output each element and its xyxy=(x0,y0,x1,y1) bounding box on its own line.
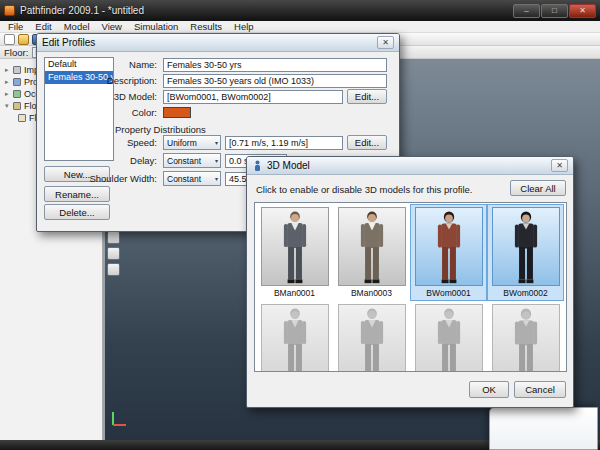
menu-view[interactable]: View xyxy=(96,21,128,32)
description-input[interactable]: Females 30-50 years old (IMO 1033) xyxy=(163,74,387,88)
viewport-toolbar xyxy=(107,231,120,276)
speed-value-input[interactable]: [0.71 m/s, 1.19 m/s] xyxy=(225,136,343,150)
floors-icon xyxy=(13,102,21,110)
model-option-bwom0002-selected[interactable]: BWom0002 xyxy=(487,204,564,301)
shoulder-distribution-value: Constant xyxy=(167,174,201,184)
cancel-button[interactable]: Cancel xyxy=(514,381,566,398)
person-silhouette xyxy=(510,211,542,285)
edit-model-button[interactable]: Edit... xyxy=(347,89,387,104)
shoulder-width-label: Shoulder Width: xyxy=(81,173,157,184)
person-silhouette xyxy=(510,308,542,372)
background-window-corner xyxy=(489,407,598,450)
edit-profiles-title: Edit Profiles xyxy=(42,37,95,48)
menu-edit[interactable]: Edit xyxy=(29,21,57,32)
caret-icon: ▾ xyxy=(5,102,13,110)
profiles-icon xyxy=(13,78,21,86)
distributions-header: Property Distributions xyxy=(115,124,206,135)
menu-model[interactable]: Model xyxy=(58,21,96,32)
model-thumbnail xyxy=(261,304,329,372)
floor-label: Floor: xyxy=(4,47,28,58)
caret-icon: ▸ xyxy=(5,78,13,86)
model-thumbnail xyxy=(415,304,483,372)
axis-indicator-icon xyxy=(110,408,130,428)
menu-results[interactable]: Results xyxy=(184,21,228,32)
delay-label: Delay: xyxy=(81,155,157,166)
caret-icon: ▸ xyxy=(5,90,13,98)
model-thumbnail xyxy=(261,207,329,286)
model-option-disabled[interactable] xyxy=(256,301,333,372)
chevron-down-icon: ▾ xyxy=(215,157,218,164)
menu-file[interactable]: File xyxy=(2,21,29,32)
caret-icon: ▸ xyxy=(5,66,13,74)
delay-distribution-select[interactable]: Constant ▾ xyxy=(163,153,221,168)
rename-profile-button[interactable]: Rename... xyxy=(44,186,110,202)
model-name: BMan0003 xyxy=(351,288,392,298)
model-name: BWom0001 xyxy=(426,288,470,298)
window-title: Pathfinder 2009.1 - *untitled xyxy=(20,5,144,16)
model-thumbnail xyxy=(492,304,560,372)
menu-simulation[interactable]: Simulation xyxy=(128,21,184,32)
delete-profile-button[interactable]: Delete... xyxy=(44,204,110,220)
ok-button[interactable]: OK xyxy=(469,381,509,398)
model-thumbnail xyxy=(492,207,560,286)
app-icon xyxy=(4,5,15,16)
color-label: Color: xyxy=(81,107,157,118)
speed-distribution-select[interactable]: Uniform ▾ xyxy=(163,135,221,150)
model-input[interactable]: [BWom0001, BWom0002] xyxy=(163,90,343,104)
viewport-tool-button[interactable] xyxy=(107,247,120,260)
person-silhouette xyxy=(356,211,388,285)
speed-label: Speed: xyxy=(81,137,157,148)
model-grid: BMan0001 BMan0003 xyxy=(254,202,567,372)
minimize-button[interactable]: – xyxy=(513,4,540,18)
menu-bar: File Edit Model View Simulation Results … xyxy=(0,21,600,33)
person-silhouette xyxy=(433,211,465,285)
model-thumbnail xyxy=(415,207,483,286)
menu-help[interactable]: Help xyxy=(228,21,260,32)
app-window: Pathfinder 2009.1 - *untitled – □ ✕ File… xyxy=(0,0,600,450)
model-option-disabled[interactable] xyxy=(333,301,410,372)
person-silhouette xyxy=(279,211,311,285)
window-titlebar: Pathfinder 2009.1 - *untitled – □ ✕ xyxy=(0,0,600,21)
model-dialog-title: 3D Model xyxy=(267,160,310,171)
edit-profiles-titlebar[interactable]: Edit Profiles ✕ xyxy=(37,34,399,52)
maximize-button[interactable]: □ xyxy=(541,4,568,18)
close-icon[interactable]: ✕ xyxy=(377,36,394,49)
close-button[interactable]: ✕ xyxy=(569,4,596,18)
model-label: 3D Model: xyxy=(81,91,157,102)
model-thumbnail xyxy=(338,304,406,372)
model-name: BMan0001 xyxy=(274,288,315,298)
model-name: BWom0002 xyxy=(503,288,547,298)
chevron-down-icon: ▾ xyxy=(215,139,218,146)
edit-speed-button[interactable]: Edit... xyxy=(347,135,387,150)
name-label: Name: xyxy=(81,59,157,70)
speed-distribution-value: Uniform xyxy=(167,138,197,148)
clear-all-button[interactable]: Clear All xyxy=(510,180,566,196)
person-silhouette xyxy=(356,308,388,372)
model-thumbnail xyxy=(338,207,406,286)
imported-icon xyxy=(13,66,21,74)
viewport-tool-button[interactable] xyxy=(107,263,120,276)
model-instruction: Click to enable or disable 3D models for… xyxy=(256,184,473,195)
color-swatch[interactable] xyxy=(163,107,191,118)
floor-icon xyxy=(18,114,26,122)
description-label: Description: xyxy=(81,75,157,86)
model-dialog: 3D Model ✕ Click to enable or disable 3D… xyxy=(246,156,574,408)
chevron-down-icon: ▾ xyxy=(215,175,218,182)
person-icon xyxy=(252,160,263,172)
model-option-disabled[interactable] xyxy=(487,301,564,372)
name-input[interactable]: Females 30-50 yrs xyxy=(163,58,387,72)
close-icon[interactable]: ✕ xyxy=(551,159,568,172)
model-option-bman0003[interactable]: BMan0003 xyxy=(333,204,410,301)
delay-distribution-value: Constant xyxy=(167,156,201,166)
model-option-disabled[interactable] xyxy=(410,301,487,372)
person-silhouette xyxy=(279,308,311,372)
shoulder-distribution-select[interactable]: Constant ▾ xyxy=(163,171,221,186)
viewport-tool-button[interactable] xyxy=(107,231,120,244)
occupants-icon xyxy=(13,90,21,98)
model-option-bwom0001-selected[interactable]: BWom0001 xyxy=(410,204,487,301)
person-silhouette xyxy=(433,308,465,372)
open-file-icon[interactable] xyxy=(18,34,29,45)
model-option-bman0001[interactable]: BMan0001 xyxy=(256,204,333,301)
model-dialog-titlebar[interactable]: 3D Model ✕ xyxy=(247,157,573,175)
new-file-icon[interactable] xyxy=(4,34,15,45)
